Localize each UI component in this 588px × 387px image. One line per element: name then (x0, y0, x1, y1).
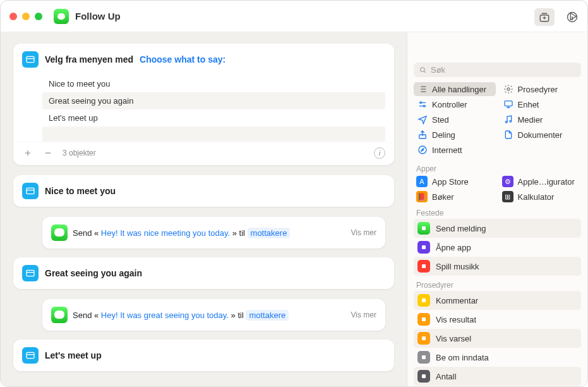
action-kommentar[interactable]: Kommentar (414, 291, 581, 310)
menu-action-label: Velg fra menyen med (45, 54, 133, 64)
send-prefix: Send « (73, 228, 99, 238)
pinned-list: Send meldingÅpne appSpill musikk (407, 219, 587, 276)
app-apple-igurator[interactable]: ⚙Apple…igurator (500, 175, 582, 188)
svg-rect-5 (27, 270, 34, 276)
action-label: Be om inndata (436, 353, 489, 362)
choose-from-menu-action[interactable]: Velg fra menyen med Choose what to say: … (13, 44, 394, 165)
window-controls (9, 13, 42, 20)
action-icon (417, 370, 430, 383)
library-toggle[interactable] (534, 8, 555, 26)
svg-point-13 (510, 120, 512, 122)
menu-case-icon (22, 183, 39, 199)
app-label: Bøker (432, 192, 454, 202)
message-token[interactable]: Hey! It was nice meeting you today. (101, 228, 230, 238)
messages-icon (51, 307, 68, 323)
list-icon (417, 84, 428, 94)
menu-case-action[interactable]: Let's meet up (13, 340, 394, 371)
recipients-token[interactable]: mottakere (248, 228, 291, 238)
category-sted[interactable]: Sted (414, 113, 496, 126)
app-icon: 📕 (416, 191, 428, 202)
action-send-melding[interactable]: Send melding (414, 219, 581, 238)
menu-option[interactable]: Nice to meet you (42, 75, 385, 92)
recipients-token[interactable]: mottakere (246, 310, 289, 321)
action-label: Vis resultat (436, 315, 476, 324)
action-icon (417, 294, 430, 307)
show-more-button[interactable]: Vis mer (351, 228, 376, 237)
category-dokumenter[interactable]: Dokumenter (500, 128, 582, 142)
doc-icon (503, 130, 513, 140)
action-icon (417, 332, 430, 345)
svg-rect-21 (422, 336, 426, 340)
close-window[interactable] (9, 13, 17, 20)
category-internett[interactable]: Internett (414, 143, 496, 157)
svg-point-12 (505, 121, 507, 123)
action-label: Antall (436, 372, 457, 381)
category-medier[interactable]: Medier (500, 113, 582, 126)
action-åpne-app[interactable]: Åpne app (414, 238, 581, 257)
action-antall[interactable]: Antall (414, 367, 581, 386)
menu-case-action[interactable]: Nice to meet you (13, 175, 394, 207)
messages-icon (51, 224, 68, 241)
menu-case-action[interactable]: Great seeing you again (13, 257, 394, 289)
svg-rect-23 (422, 374, 426, 378)
add-option-button[interactable] (22, 147, 33, 159)
category-enhet[interactable]: Enhet (500, 97, 582, 111)
app-label: App Store (432, 177, 469, 187)
window-title: Follow Up (75, 11, 121, 22)
action-vis-varsel[interactable]: Vis varsel (414, 329, 581, 348)
menu-case-heading: Nice to meet you (45, 186, 116, 196)
category-label: Deling (432, 130, 455, 140)
svg-rect-17 (422, 245, 426, 249)
send-prefix: Send « (73, 310, 99, 320)
app-icon: ⚙ (502, 176, 513, 187)
info-toggle[interactable] (566, 11, 579, 23)
category-label: Dokumenter (518, 130, 563, 140)
action-label: Vis varsel (436, 334, 471, 343)
zoom-window[interactable] (35, 13, 42, 20)
action-be-om-inndata[interactable]: Be om inndata (414, 348, 581, 367)
search-icon (419, 66, 427, 74)
action-velg-fra-meny[interactable]: Velg fra meny (414, 386, 581, 386)
action-icon (417, 313, 430, 326)
action-info-button[interactable]: i (374, 147, 385, 159)
category-kontroller[interactable]: Kontroller (414, 97, 496, 111)
menu-option[interactable]: Let's meet up (42, 109, 385, 126)
action-library-sidebar: Søk Alle handlingerProsedyrerKontrollerE… (407, 32, 587, 386)
app-kalkulator[interactable]: ⊞Kalkulator (500, 190, 582, 204)
app-app-store[interactable]: AApp Store (414, 175, 496, 188)
send-mid: » til (232, 228, 245, 238)
category-label: Alle handlinger (432, 85, 486, 94)
remove-option-button[interactable] (42, 147, 54, 159)
apps-grid: AApp Store⚙Apple…igurator📕Bøker⊞Kalkulat… (407, 175, 587, 204)
action-label: Åpne app (436, 243, 471, 252)
monitor-icon (503, 99, 513, 109)
menu-option-empty[interactable] (42, 126, 385, 142)
action-icon (417, 222, 430, 235)
app-b-ker[interactable]: 📕Bøker (414, 190, 496, 204)
category-label: Internett (432, 145, 462, 155)
svg-point-8 (507, 88, 510, 90)
category-deling[interactable]: Deling (414, 128, 496, 142)
action-vis-resultat[interactable]: Vis resultat (414, 310, 581, 329)
category-label: Kontroller (432, 100, 467, 109)
send-mid: » til (231, 310, 244, 320)
minimize-window[interactable] (22, 13, 30, 20)
menu-prompt-token[interactable]: Choose what to say: (140, 54, 225, 64)
send-message-action[interactable]: Send « Hey! It was nice meeting you toda… (42, 217, 385, 249)
send-message-action[interactable]: Send « Hey! It was great seeing you toda… (42, 299, 385, 331)
menu-options-list: Nice to meet you Great seeing you again … (42, 75, 385, 142)
category-alle-handlinger[interactable]: Alle handlinger (414, 82, 496, 96)
action-icon (417, 260, 430, 273)
workflow-editor[interactable]: Velg fra menyen med Choose what to say: … (1, 32, 407, 386)
message-token[interactable]: Hey! It was great seeing you today. (101, 310, 229, 320)
show-more-button[interactable]: Vis mer (351, 310, 376, 319)
search-field[interactable]: Søk (414, 63, 581, 77)
svg-rect-18 (422, 264, 426, 268)
action-label: Spill musikk (436, 262, 479, 271)
menu-action-icon (22, 51, 39, 68)
action-spill-musikk[interactable]: Spill musikk (414, 257, 581, 276)
svg-rect-11 (505, 101, 512, 106)
svg-point-7 (421, 68, 425, 72)
category-prosedyrer[interactable]: Prosedyrer (500, 82, 582, 96)
menu-option[interactable]: Great seeing you again (42, 92, 385, 109)
